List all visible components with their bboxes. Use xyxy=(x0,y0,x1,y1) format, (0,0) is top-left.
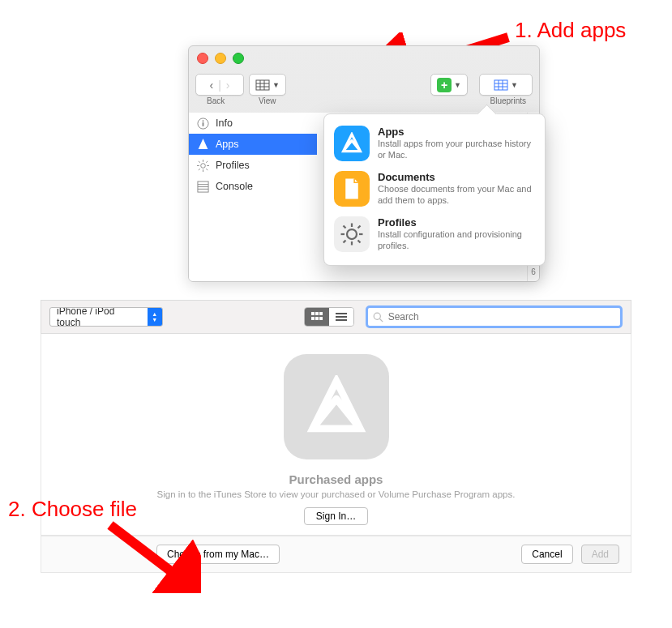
sidebar-item-apps[interactable]: Apps xyxy=(189,134,317,155)
blueprints-label: Blueprints xyxy=(490,96,526,105)
popover-item-profiles[interactable]: Profiles Install configuration and provi… xyxy=(334,211,535,257)
svg-rect-40 xyxy=(315,317,319,320)
svg-line-20 xyxy=(206,169,208,170)
list-view-button[interactable] xyxy=(329,308,353,326)
view-button[interactable]: ▼ xyxy=(249,74,286,96)
back-button[interactable]: ‹|› xyxy=(195,74,244,96)
svg-line-46 xyxy=(379,318,383,322)
view-mode-segment xyxy=(304,307,354,327)
popover-title: Apps xyxy=(378,126,535,138)
svg-point-14 xyxy=(201,163,206,168)
plus-icon: + xyxy=(437,78,452,92)
sidebar: Info Apps Profiles Console xyxy=(189,113,318,281)
popover-desc: Install apps from your purchase history … xyxy=(378,138,535,161)
grid-view-button[interactable] xyxy=(305,308,329,326)
arrow-choose-file xyxy=(104,520,201,593)
svg-point-12 xyxy=(203,120,204,122)
svg-rect-13 xyxy=(203,122,204,126)
search-input[interactable] xyxy=(388,311,615,323)
sidebar-item-label: Console xyxy=(216,181,253,192)
search-field[interactable] xyxy=(366,305,623,328)
search-icon xyxy=(373,312,383,323)
sidebar-item-console[interactable]: Console xyxy=(189,176,317,197)
annotation-add-apps: 1. Add apps xyxy=(515,18,626,43)
add-button[interactable]: + ▼ xyxy=(430,74,468,96)
document-icon xyxy=(342,177,362,200)
toolbar: ‹|› Back ▼ View + ▼ ▼ Blueprints xyxy=(189,46,539,106)
purchased-apps-title: Purchased apps xyxy=(66,472,606,486)
annotation-choose-file: 2. Choose file xyxy=(8,497,137,522)
svg-rect-38 xyxy=(319,312,323,315)
console-icon xyxy=(197,181,209,193)
list-icon xyxy=(336,312,347,322)
profiles-gear-icon xyxy=(340,222,364,246)
svg-rect-39 xyxy=(311,317,315,320)
sidebar-item-profiles[interactable]: Profiles xyxy=(189,155,317,176)
purchased-apps-placeholder-icon xyxy=(284,354,389,459)
popover-desc: Install configuration and provisioning p… xyxy=(378,229,535,252)
blueprints-button[interactable]: ▼ xyxy=(479,74,533,96)
svg-line-34 xyxy=(344,241,346,243)
sign-in-button[interactable]: Sign In… xyxy=(304,507,368,525)
sidebar-item-info[interactable]: Info xyxy=(189,113,317,134)
svg-line-22 xyxy=(206,160,208,162)
grid-icon xyxy=(255,79,270,91)
svg-line-47 xyxy=(110,525,185,582)
add-popover: Apps Install apps from your purchase his… xyxy=(323,113,546,266)
popover-title: Profiles xyxy=(378,216,535,229)
sidebar-item-label: Info xyxy=(216,117,233,129)
svg-line-19 xyxy=(199,160,200,162)
grid-icon xyxy=(311,312,323,322)
svg-rect-41 xyxy=(319,317,323,320)
svg-point-45 xyxy=(374,313,380,319)
stepper-arrows-icon: ▲▼ xyxy=(148,308,162,326)
sidebar-item-label: Profiles xyxy=(216,160,250,171)
svg-line-33 xyxy=(358,241,361,243)
svg-rect-37 xyxy=(315,312,319,315)
popover-item-documents[interactable]: Documents Choose documents from your Mac… xyxy=(334,166,535,211)
back-label: Back xyxy=(207,96,225,105)
apps-icon xyxy=(197,139,209,151)
add-button-footer: Add xyxy=(581,545,619,564)
chooser-toolbar: iPhone / iPod touch ▲▼ xyxy=(41,300,631,334)
purchased-apps-subtitle: Sign in to the iTunes Store to view your… xyxy=(66,489,606,499)
view-label: View xyxy=(259,96,276,105)
appstore-icon xyxy=(340,132,363,155)
popover-item-apps[interactable]: Apps Install apps from your purchase his… xyxy=(334,121,535,166)
svg-rect-36 xyxy=(311,312,315,315)
popover-title: Documents xyxy=(378,171,535,183)
device-selector[interactable]: iPhone / iPod touch ▲▼ xyxy=(49,307,163,327)
gear-icon xyxy=(197,160,209,172)
blueprints-icon xyxy=(494,79,508,91)
svg-rect-1 xyxy=(256,80,269,90)
svg-line-35 xyxy=(358,226,361,229)
cancel-button[interactable]: Cancel xyxy=(521,545,572,564)
svg-line-32 xyxy=(344,226,346,229)
svg-point-27 xyxy=(347,229,357,239)
svg-line-21 xyxy=(199,169,200,170)
device-selector-label: iPhone / iPod touch xyxy=(50,307,148,327)
svg-rect-6 xyxy=(494,80,507,90)
popover-desc: Choose documents from your Mac and add t… xyxy=(378,183,535,207)
info-icon xyxy=(197,117,209,130)
sidebar-item-label: Apps xyxy=(216,139,239,150)
